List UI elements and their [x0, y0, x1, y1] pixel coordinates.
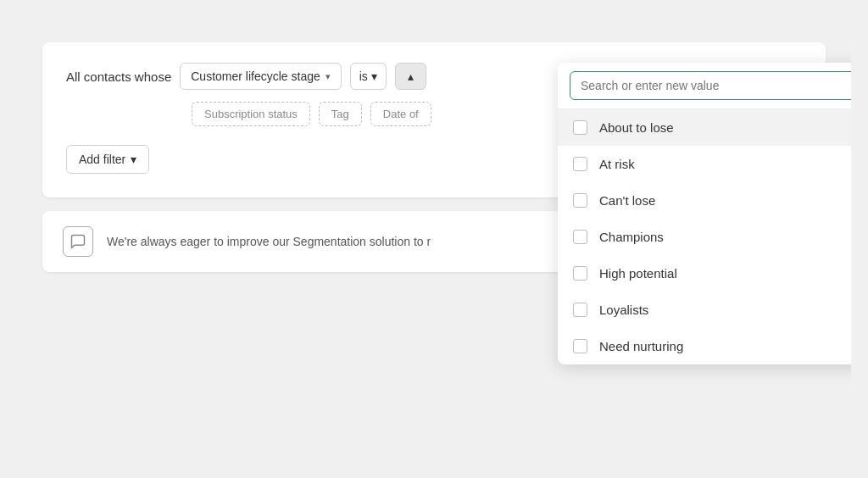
dropdown-item[interactable]: Champions — [558, 219, 851, 255]
dropdown-item-label: At risk — [599, 157, 635, 171]
filter-field-chevron-icon: ▾ — [326, 71, 331, 82]
checkbox-need-nurturing[interactable] — [573, 339, 587, 353]
dropdown-item[interactable]: Loyalists — [558, 292, 851, 328]
page-wrapper: All contacts whose Customer lifecycle st… — [17, 17, 851, 478]
dropdown-item[interactable]: Need nurturing — [558, 328, 851, 364]
add-filter-chevron-icon: ▾ — [131, 153, 136, 166]
operator-label: is — [359, 69, 368, 83]
checkbox-can't-lose[interactable] — [573, 193, 587, 208]
add-filter-label: Add filter — [79, 153, 125, 166]
dropdown-item-label: Loyalists — [599, 303, 648, 317]
add-filter-button[interactable]: Add filter ▾ — [66, 145, 149, 174]
dropdown-list: About to loseAt riskCan't loseChampionsH… — [558, 109, 851, 364]
dropdown-item-label: Champions — [599, 230, 664, 244]
checkbox-at-risk[interactable] — [573, 157, 587, 171]
search-input[interactable] — [570, 71, 851, 100]
dropdown-panel: ⌕ About to loseAt riskCan't loseChampion… — [558, 63, 851, 364]
dropdown-item-label: High potential — [599, 266, 677, 281]
filter-row: All contacts whose Customer lifecycle st… — [66, 63, 802, 90]
dropdown-item[interactable]: Can't lose — [558, 182, 851, 219]
suggestion-subscription-status[interactable]: Subscription status — [192, 102, 310, 126]
filter-field-label: Customer lifecycle stage — [191, 69, 320, 83]
dropdown-item-label: Need nurturing — [599, 339, 683, 353]
suggestion-tag[interactable]: Tag — [319, 102, 362, 126]
operator-chevron-icon: ▾ — [371, 69, 377, 83]
dropdown-item-label: About to lose — [599, 120, 674, 135]
dropdown-item[interactable]: High potential — [558, 255, 851, 292]
checkbox-about-to-lose[interactable] — [573, 120, 587, 135]
value-chip[interactable]: ▴ — [395, 63, 426, 90]
value-chevron-up-icon: ▴ — [408, 69, 414, 83]
filter-field-chip[interactable]: Customer lifecycle stage ▾ — [180, 63, 342, 90]
search-input-wrapper: ⌕ — [570, 71, 851, 100]
all-contacts-label: All contacts whose — [66, 69, 171, 84]
dropdown-item[interactable]: About to lose — [558, 109, 851, 146]
suggestion-date-of[interactable]: Date of — [370, 102, 431, 126]
feedback-icon — [63, 226, 93, 257]
main-card: All contacts whose Customer lifecycle st… — [42, 42, 826, 197]
checkbox-high-potential[interactable] — [573, 266, 587, 281]
operator-chip[interactable]: is ▾ — [350, 63, 387, 90]
search-box: ⌕ — [558, 63, 851, 109]
checkbox-champions[interactable] — [573, 230, 587, 244]
dropdown-item[interactable]: At risk — [558, 146, 851, 182]
checkbox-loyalists[interactable] — [573, 303, 587, 317]
dropdown-item-label: Can't lose — [599, 193, 655, 208]
